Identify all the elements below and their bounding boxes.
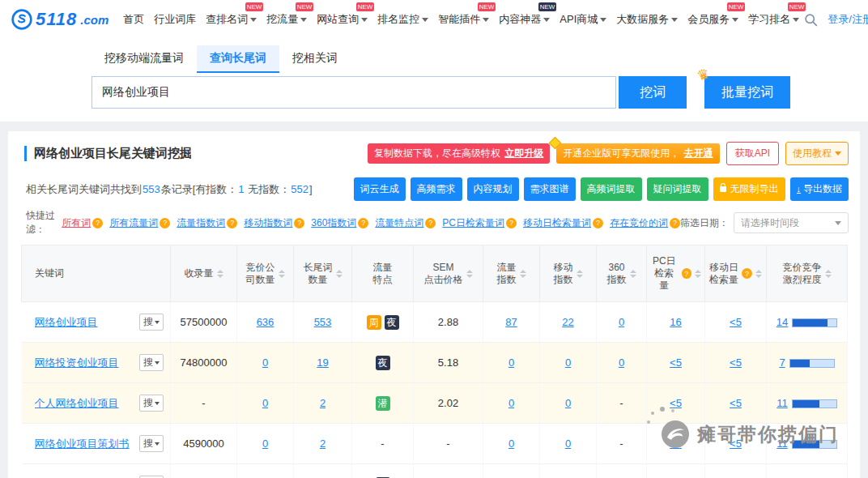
question-words-button[interactable]: 疑问词提取 (647, 177, 708, 201)
pc-daily-search[interactable]: <5 (670, 397, 682, 409)
bid-company-count[interactable]: 0 (262, 356, 268, 369)
search-tab[interactable]: 挖相关词 (279, 45, 351, 73)
column-header[interactable]: PC日检索量? (647, 245, 705, 302)
bid-competition-value[interactable]: 11 (777, 397, 788, 409)
mobile-index[interactable]: 22 (562, 316, 573, 328)
bid-company-count[interactable]: 636 (257, 316, 274, 328)
index-360[interactable]: 0 (619, 356, 624, 369)
mobile-daily-search[interactable]: <5 (730, 356, 742, 369)
search-icon[interactable] (804, 13, 818, 27)
sort-icon[interactable] (577, 270, 583, 278)
column-header[interactable]: 竞价公司数量 (237, 245, 294, 302)
dig-button[interactable]: 挖词 (619, 76, 687, 109)
sort-icon[interactable] (755, 270, 762, 278)
high-frequency-words-button[interactable]: 高频词提取 (581, 177, 642, 201)
filter-link[interactable]: 流量特点词 (375, 216, 423, 230)
nav-item[interactable]: 内容神器NEW (494, 7, 555, 32)
enterprise-link[interactable]: 去开通 (684, 147, 713, 159)
filter-link[interactable]: 所有流量词 (109, 216, 158, 230)
longtail-count[interactable]: 553 (314, 316, 332, 328)
unlimited-export-button[interactable]: 无限制导出 (713, 177, 785, 201)
column-header[interactable]: 收录量 (171, 245, 237, 302)
mobile-index[interactable]: 0 (565, 437, 571, 450)
bid-competition-value[interactable]: 7 (779, 356, 785, 369)
bid-competition-value[interactable]: 14 (777, 316, 788, 328)
enterprise-banner[interactable]: 开通企业版可享无限使用， 去开通 (556, 143, 719, 164)
high-frequency-demand-button[interactable]: 高频需求 (411, 177, 462, 201)
sort-icon[interactable] (520, 270, 526, 278)
flow-index[interactable]: 87 (505, 316, 517, 328)
sort-icon[interactable] (336, 270, 343, 278)
help-icon[interactable]: ? (682, 268, 691, 279)
column-header[interactable]: SEM点击价格 (414, 245, 483, 302)
nav-item[interactable]: 大数据服务 (611, 7, 683, 32)
date-range-select[interactable]: 请选择时间段 (734, 212, 849, 233)
pc-daily-search[interactable]: <5 (670, 356, 682, 369)
keyword-input[interactable] (91, 76, 616, 109)
sort-icon[interactable] (630, 270, 636, 278)
help-icon[interactable]: ? (92, 218, 103, 228)
batch-dig-button[interactable]: ♛ 批量挖词 (704, 76, 790, 109)
nav-item[interactable]: API商城 (555, 7, 611, 32)
sort-icon[interactable] (825, 270, 832, 278)
nav-item[interactable]: 网站查询NEW (312, 7, 372, 32)
word-cloud-button[interactable]: 词云生成 (354, 177, 406, 201)
sort-icon[interactable] (217, 270, 223, 278)
flow-index[interactable]: 0 (508, 397, 514, 409)
column-header[interactable]: 移动指数 (540, 245, 597, 302)
sort-icon[interactable] (695, 270, 701, 278)
bid-company-count[interactable]: 0 (262, 437, 268, 450)
help-icon[interactable]: ? (294, 218, 304, 228)
nav-item[interactable]: 会员服务NEW (683, 7, 743, 32)
mobile-index[interactable]: 0 (565, 356, 571, 369)
filter-link[interactable]: 所有词 (62, 216, 91, 230)
nav-item[interactable]: 学习排名NEW (743, 7, 804, 32)
upgrade-banner[interactable]: 复制数据下载，尽在高级特权 立即升级 (368, 143, 550, 164)
help-icon[interactable]: ? (227, 218, 237, 228)
mobile-daily-search[interactable]: <5 (730, 397, 742, 409)
help-icon[interactable]: ? (742, 268, 752, 279)
help-icon[interactable]: ? (160, 218, 170, 228)
keyword-search-button[interactable]: 搜 (139, 314, 164, 331)
search-tab[interactable]: 查询长尾词 (197, 45, 279, 73)
longtail-count[interactable]: 2 (320, 437, 326, 450)
bid-company-count[interactable]: 0 (262, 397, 268, 409)
get-api-button[interactable]: 获取API (726, 142, 779, 165)
index-360[interactable]: 0 (619, 316, 624, 328)
keyword-link[interactable]: 网络创业项目 (35, 315, 98, 330)
login-link[interactable]: 登录/注册 (828, 12, 868, 27)
filter-link[interactable]: 移动日检索量词 (523, 216, 591, 230)
nav-item[interactable]: 挖流量NEW (262, 7, 312, 32)
longtail-count[interactable]: 19 (317, 356, 328, 369)
tutorial-button[interactable]: 使用教程 (785, 142, 849, 165)
demand-map-button[interactable]: 需求图谱 (524, 177, 576, 201)
sort-icon[interactable] (279, 270, 285, 278)
filter-link[interactable]: PC日检索量词 (442, 216, 504, 230)
content-plan-button[interactable]: 内容规划 (467, 177, 519, 201)
filter-link[interactable]: 移动指数词 (244, 216, 292, 230)
keyword-link[interactable]: 网络投资创业项目 (35, 356, 119, 370)
pc-daily-search[interactable]: 16 (670, 316, 681, 328)
export-data-button[interactable]: ↓导出数据 (790, 177, 849, 201)
sort-icon[interactable] (466, 270, 473, 278)
nav-item[interactable]: 排名监控 (372, 7, 433, 32)
nav-item[interactable]: 智能插件NEW (433, 7, 494, 32)
column-header[interactable]: 竞价竞争激烈程度 (767, 245, 848, 302)
nav-item[interactable]: 首页 (118, 7, 149, 32)
nav-item[interactable]: 行业词库 (149, 7, 201, 32)
help-icon[interactable]: ? (593, 218, 603, 228)
logo[interactable]: 5118 .com (11, 9, 108, 30)
nav-item[interactable]: 查排名词NEW (201, 7, 262, 32)
filter-link[interactable]: 存在竞价的词 (610, 216, 668, 230)
filter-link[interactable]: 360指数词 (311, 216, 356, 230)
flow-index[interactable]: 0 (508, 356, 514, 369)
filter-link[interactable]: 流量指数词 (177, 216, 225, 230)
mobile-index[interactable]: 0 (565, 397, 571, 409)
keyword-link[interactable]: 网络创业项目策划书 (35, 437, 130, 451)
column-header[interactable]: 360指数 (597, 245, 647, 302)
help-icon[interactable]: ? (670, 218, 680, 228)
help-icon[interactable]: ? (358, 218, 368, 228)
keyword-search-button[interactable]: 搜 (139, 354, 164, 371)
upgrade-link[interactable]: 立即升级 (504, 147, 543, 159)
keyword-link[interactable]: 个人网络创业项目 (35, 396, 119, 411)
